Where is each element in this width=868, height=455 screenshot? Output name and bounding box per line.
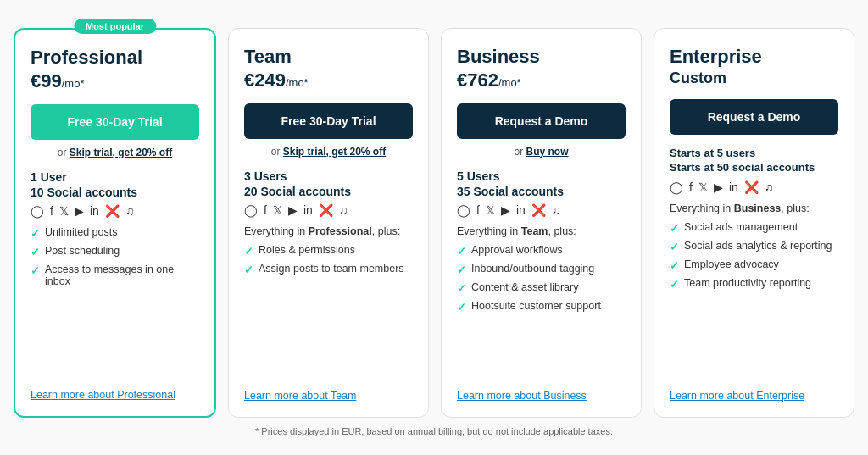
li-icon: in [90,204,99,218]
yt-icon: ▶ [714,180,723,194]
feature-item: Team productivity reporting [670,277,838,291]
plan-price-professional: €99/mo* [31,70,199,92]
yt-icon: ▶ [501,203,510,217]
plan-card-business: Business €762/mo* Request a Demo or Buy … [441,28,642,418]
footnote: * Prices displayed in EUR, based on annu… [14,426,854,436]
yt-icon: ▶ [75,204,84,218]
pi-icon: ❌ [531,203,546,217]
plan-users-team: 3 Users [244,169,413,183]
skip-link-professional: or Skip trial, get 20% off [31,147,199,158]
ig-icon: ◯ [670,180,683,194]
tw-icon: 𝕏 [59,204,69,218]
learn-more-business[interactable]: Learn more about Business [457,390,626,402]
cta-button-professional[interactable]: Free 30-Day Trial [31,104,199,140]
tw-icon: 𝕏 [273,203,282,217]
plan-name-team: Team [244,46,413,68]
feature-item: Assign posts to team members [244,263,413,276]
everything-in-enterprise: Everything in Business, plus: [670,203,838,214]
social-icons-enterprise: ◯ f 𝕏 ▶ in ❌ ♫ [670,180,838,194]
starts-social-enterprise: Starts at 50 social accounts [670,161,838,174]
feature-item: Unlimited posts [31,226,199,240]
li-icon: in [516,203,526,217]
skip-link-anchor-team[interactable]: Skip trial, get 20% off [283,146,386,158]
buy-link-business: or Buy now [457,146,626,158]
learn-more-team[interactable]: Learn more about Team [244,390,413,402]
fb-icon: f [50,204,53,218]
plan-price-business: €762/mo* [457,69,626,92]
feature-list-business: Approval workflows Inbound/outbound tagg… [457,244,626,378]
feature-item: Approval workflows [457,244,626,258]
buy-link-anchor-business[interactable]: Buy now [526,146,569,158]
starts-users-enterprise: Starts at 5 users [670,147,838,159]
li-icon: in [729,180,738,194]
plan-social-professional: 10 Social accounts [31,186,199,199]
learn-more-enterprise[interactable]: Learn more about Enterprise [670,390,838,402]
tt-icon: ♫ [765,180,774,194]
everything-in-business: Everything in Team, plus: [457,225,626,237]
tt-icon: ♫ [125,204,135,218]
plan-price-team: €249/mo* [244,69,413,92]
plan-social-team: 20 Social accounts [244,185,413,198]
plan-name-enterprise: Enterprise [670,46,838,68]
popular-badge: Most popular [74,19,156,34]
feature-item: Social ads management [670,221,838,235]
feature-item: Post scheduling [31,245,199,258]
fb-icon: f [689,180,693,194]
feature-item: Access to messages in one inbox [31,264,199,287]
feature-item: Roles & permissions [244,244,413,258]
tw-icon: 𝕏 [486,203,495,217]
pi-icon: ❌ [105,204,120,218]
yt-icon: ▶ [288,203,298,217]
social-icons-team: ◯ f 𝕏 ▶ in ❌ ♫ [244,203,413,217]
feature-list-enterprise: Social ads management Social ads analyti… [670,221,838,378]
cta-button-enterprise[interactable]: Request a Demo [670,99,838,135]
fb-icon: f [264,203,267,217]
feature-item: Social ads analytics & reporting [670,240,838,253]
cta-button-business[interactable]: Request a Demo [457,103,626,139]
feature-list-team: Roles & permissions Assign posts to team… [244,244,413,330]
pi-icon: ❌ [319,203,333,217]
everything-in-team: Everything in Professional, plus: [244,225,413,237]
tt-icon: ♫ [339,203,348,217]
plan-card-team: Team €249/mo* Free 30-Day Trial or Skip … [228,28,429,418]
plan-price-enterprise: Custom [670,69,838,87]
skip-link-team: or Skip trial, get 20% off [244,146,413,158]
tt-icon: ♫ [552,203,561,217]
pi-icon: ❌ [744,180,759,194]
feature-list-professional: Unlimited posts Post scheduling Access t… [31,226,199,377]
fb-icon: f [476,203,480,217]
feature-item: Inbound/outbound tagging [457,263,626,276]
plan-card-professional: Most popular Professional €99/mo* Free 3… [14,28,216,418]
skip-link-anchor-professional[interactable]: Skip trial, get 20% off [70,147,172,158]
cta-button-team[interactable]: Free 30-Day Trial [244,103,413,139]
plan-name-business: Business [457,46,626,68]
feature-item: Hootsuite customer support [457,300,626,314]
ig-icon: ◯ [31,204,44,218]
li-icon: in [303,203,313,217]
feature-item: Content & asset library [457,281,626,295]
plan-name-professional: Professional [31,47,199,69]
plan-users-professional: 1 User [31,170,199,184]
plan-social-business: 35 Social accounts [457,185,626,198]
feature-item: Employee advocacy [670,258,838,272]
ig-icon: ◯ [457,203,470,217]
tw-icon: 𝕏 [698,180,708,194]
plan-users-business: 5 Users [457,169,626,183]
social-icons-business: ◯ f 𝕏 ▶ in ❌ ♫ [457,203,626,217]
plan-card-enterprise: Enterprise Custom Request a Demo Starts … [654,28,854,418]
ig-icon: ◯ [244,203,258,217]
learn-more-professional[interactable]: Learn more about Professional [31,389,199,401]
social-icons-professional: ◯ f 𝕏 ▶ in ❌ ♫ [31,204,199,218]
pricing-grid: Most popular Professional €99/mo* Free 3… [14,28,854,418]
